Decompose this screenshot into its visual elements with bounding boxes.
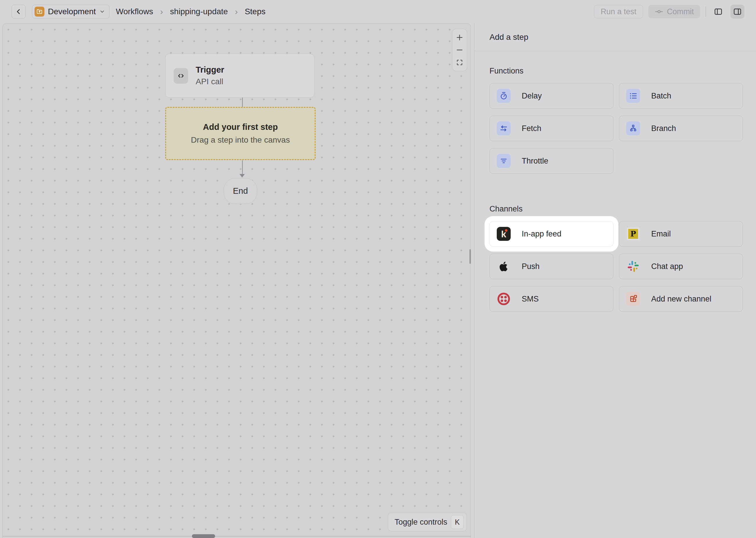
step-card-label: Delay bbox=[522, 91, 542, 100]
throttle-icon bbox=[497, 154, 511, 168]
step-card-batch[interactable]: Batch bbox=[619, 83, 743, 109]
breadcrumb-workflows[interactable]: Workflows bbox=[116, 7, 153, 16]
end-node: End bbox=[223, 178, 257, 204]
step-card-in-app-feed[interactable]: k In-app feed bbox=[490, 221, 613, 246]
plus-icon bbox=[456, 34, 463, 41]
environment-folder-icon bbox=[34, 7, 44, 17]
keyboard-shortcut-badge: K bbox=[451, 515, 464, 529]
edge-placeholder-to-end bbox=[242, 160, 243, 174]
top-bar-divider bbox=[705, 6, 706, 17]
chevron-down-icon bbox=[99, 9, 105, 15]
step-card-label: In-app feed bbox=[522, 230, 561, 239]
back-button[interactable] bbox=[12, 5, 25, 19]
postmark-logo-letter: P bbox=[628, 229, 638, 239]
step-card-fetch[interactable]: Fetch bbox=[490, 116, 613, 141]
breadcrumb-separator: › bbox=[234, 7, 238, 17]
edge-arrowhead bbox=[240, 174, 245, 178]
zoom-in-button[interactable] bbox=[453, 32, 466, 43]
step-card-email[interactable]: P Email bbox=[619, 221, 743, 246]
postmark-email-icon: P bbox=[626, 227, 640, 241]
add-step-panel: Add a step Functions Delay Batch Fetch bbox=[474, 23, 756, 538]
zoom-out-button[interactable] bbox=[453, 44, 466, 56]
slack-chat-icon bbox=[626, 259, 640, 273]
step-card-add-new-channel[interactable]: Add new channel bbox=[619, 286, 743, 312]
fetch-icon bbox=[497, 122, 511, 135]
run-a-test-button[interactable]: Run a test bbox=[594, 5, 643, 18]
top-bar: Development Workflows › shipping-update … bbox=[0, 0, 756, 23]
step-card-label: Add new channel bbox=[651, 295, 711, 303]
step-card-sms[interactable]: SMS bbox=[490, 286, 613, 312]
functions-grid: Delay Batch Fetch Branch bbox=[490, 83, 743, 174]
step-card-label: Push bbox=[522, 262, 540, 271]
channels-section: Channels k In-app feed P Email bbox=[490, 204, 743, 312]
breadcrumb-current-page: Steps bbox=[245, 7, 266, 16]
toggle-right-panel-button[interactable] bbox=[731, 5, 744, 19]
step-card-label: Fetch bbox=[522, 124, 542, 133]
twilio-sms-icon bbox=[497, 292, 511, 306]
commit-button[interactable]: Commit bbox=[648, 5, 700, 18]
step-card-throttle[interactable]: Throttle bbox=[490, 148, 613, 174]
step-card-chat-app[interactable]: Chat app bbox=[619, 254, 743, 279]
commit-icon bbox=[655, 7, 663, 16]
dropzone-subtitle: Drag a step into the canvas bbox=[191, 135, 290, 145]
environment-label: Development bbox=[48, 7, 96, 16]
panel-left-icon bbox=[714, 7, 723, 16]
run-a-test-label: Run a test bbox=[601, 7, 637, 16]
step-card-label: Throttle bbox=[522, 157, 548, 166]
environment-selector[interactable]: Development bbox=[32, 5, 110, 19]
commit-label: Commit bbox=[667, 7, 694, 16]
toggle-controls-label: Toggle controls bbox=[395, 518, 448, 527]
top-bar-left: Development Workflows › shipping-update … bbox=[12, 5, 266, 19]
panel-right-icon bbox=[733, 7, 742, 16]
knock-logo-dot bbox=[505, 229, 507, 232]
fit-screen-icon bbox=[456, 59, 463, 66]
add-first-step-dropzone[interactable]: Add your first step Drag a step into the… bbox=[165, 107, 315, 160]
top-bar-right: Run a test Commit bbox=[594, 5, 744, 19]
workflow-canvas[interactable]: Trigger API call Add your first step Dra… bbox=[2, 23, 471, 538]
edge-trigger-to-placeholder bbox=[242, 98, 243, 107]
zoom-controls bbox=[452, 29, 467, 71]
trigger-node[interactable]: Trigger API call bbox=[165, 54, 314, 98]
knock-in-app-feed-icon: k bbox=[497, 227, 511, 241]
horizontal-scrollbar-track bbox=[3, 536, 471, 537]
end-node-label: End bbox=[233, 186, 248, 196]
step-card-branch[interactable]: Branch bbox=[619, 116, 743, 141]
breadcrumb-workflow-name[interactable]: shipping-update bbox=[170, 7, 228, 16]
step-card-label: Chat app bbox=[651, 262, 683, 271]
code-icon bbox=[174, 68, 188, 84]
trigger-node-subtitle: API call bbox=[196, 76, 224, 88]
channels-grid: k In-app feed P Email Push bbox=[490, 221, 743, 312]
delay-icon bbox=[497, 89, 511, 103]
panel-title: Add a step bbox=[474, 23, 756, 51]
toggle-controls-button[interactable]: Toggle controls K bbox=[388, 513, 467, 531]
branch-icon bbox=[626, 122, 640, 135]
step-card-label: Batch bbox=[651, 91, 671, 100]
vertical-scrollbar-thumb[interactable] bbox=[469, 249, 471, 264]
step-card-label: Email bbox=[651, 230, 671, 239]
minus-icon bbox=[456, 46, 463, 54]
add-new-channel-icon bbox=[626, 292, 640, 306]
toggle-left-panel-button[interactable] bbox=[711, 5, 725, 19]
horizontal-scrollbar-thumb[interactable] bbox=[192, 534, 215, 538]
fit-view-button[interactable] bbox=[453, 57, 466, 68]
step-card-push[interactable]: Push bbox=[490, 254, 613, 279]
breadcrumb-separator: › bbox=[160, 7, 164, 17]
dropzone-title: Add your first step bbox=[203, 122, 278, 132]
step-card-delay[interactable]: Delay bbox=[490, 83, 613, 109]
step-card-label: Branch bbox=[651, 124, 676, 133]
step-card-label: SMS bbox=[522, 295, 539, 303]
batch-icon bbox=[626, 89, 640, 103]
apple-push-icon bbox=[497, 259, 511, 273]
channels-heading: Channels bbox=[490, 204, 743, 214]
panel-body: Functions Delay Batch Fetch bbox=[474, 51, 756, 312]
chevron-left-icon bbox=[15, 8, 23, 15]
functions-heading: Functions bbox=[490, 67, 743, 76]
trigger-node-title: Trigger bbox=[196, 64, 224, 76]
